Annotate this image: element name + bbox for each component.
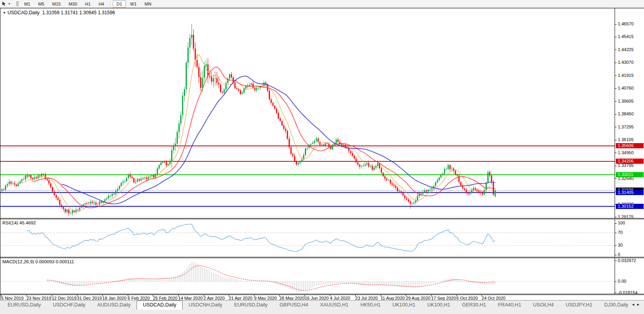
timeframe-button-h1[interactable]: H1 bbox=[81, 0, 94, 8]
macd-label: MACD(12,26,9) 0.000093 0.000111 bbox=[2, 259, 74, 264]
chart-window: ▼USDCAD,Daily 1.31059 1.31741 1.30945 1.… bbox=[0, 8, 644, 300]
timeframe-button-m5[interactable]: M5 bbox=[35, 0, 48, 8]
toolbar-grip[interactable] bbox=[16, 1, 19, 6]
toolbar-separator bbox=[110, 1, 110, 6]
level-price-label: 1.35606 bbox=[616, 143, 644, 148]
axis-tick-mark bbox=[615, 293, 617, 293]
macd-pane[interactable] bbox=[0, 258, 615, 294]
axis-tick-mark bbox=[615, 233, 617, 233]
price-pane[interactable] bbox=[0, 8, 615, 218]
cursor-tool-icon[interactable] bbox=[2, 1, 6, 6]
axis-tick-mark bbox=[615, 255, 617, 255]
chart-title-collapse-icon[interactable]: ▼ bbox=[3, 11, 6, 15]
axis-tick-mark bbox=[615, 217, 617, 217]
tab-eurusd-daily[interactable]: EURUSD,Daily bbox=[228, 301, 274, 310]
tab-fra40-h1[interactable]: FRA40,H1 bbox=[492, 301, 527, 310]
rsi-label: RSI(14) 45.4692 bbox=[2, 220, 36, 225]
tab-eurusd-daily[interactable]: EURUSD,Daily bbox=[2, 301, 47, 310]
pane-splitter[interactable] bbox=[0, 294, 644, 295]
tab-audusd-daily[interactable]: AUDUSD,Daily bbox=[91, 301, 137, 310]
chart-symbol-label: USDCAD,Daily bbox=[8, 10, 40, 15]
timeframe-button-m1[interactable]: M1 bbox=[21, 0, 34, 8]
axis-tick-mark bbox=[615, 37, 617, 37]
axis-tick-mark bbox=[615, 260, 617, 261]
price-tick-label: 1.37295 bbox=[618, 124, 634, 129]
price-tick-label: 1.46570 bbox=[618, 21, 634, 26]
rsi-scale-label: 0 bbox=[618, 252, 620, 257]
tab-usdchf-daily[interactable]: USDCHF,Daily bbox=[47, 301, 91, 310]
tab-dj30-daily[interactable]: DJ30,Daily bbox=[598, 301, 631, 310]
price-tick-label: 1.45415 bbox=[618, 34, 634, 39]
rsi-pane[interactable] bbox=[0, 219, 615, 257]
axis-tick-mark bbox=[615, 223, 617, 224]
axis-tick-mark bbox=[615, 245, 617, 246]
price-axis: 1.465701.454151.442251.430701.419151.407… bbox=[615, 8, 644, 295]
chart-title: ▼USDCAD,Daily 1.31059 1.31741 1.30945 1.… bbox=[3, 10, 115, 15]
rsi-scale-label: 100 bbox=[618, 220, 625, 225]
chart-tabs: EURUSD,DailyUSDCHF,DailyAUDUSD,DailyUSDC… bbox=[2, 301, 631, 310]
rsi-scale-label: 70 bbox=[618, 230, 623, 235]
pane-splitter[interactable] bbox=[0, 257, 644, 258]
tab-scroll-right-icon[interactable]: ► bbox=[636, 303, 642, 306]
tab-usoil-h4[interactable]: USOil,H4 bbox=[527, 301, 560, 310]
price-tick-label: 1.36105 bbox=[618, 137, 634, 142]
axis-tick-mark bbox=[615, 63, 617, 63]
price-tick-label: 1.38450 bbox=[618, 111, 634, 116]
axis-tick-mark bbox=[615, 88, 617, 89]
price-tick-label: 1.34950 bbox=[618, 150, 634, 155]
level-price-label: 1.34206 bbox=[616, 159, 644, 164]
axis-tick-mark bbox=[615, 75, 617, 76]
tab-usdcad-daily[interactable]: USDCAD,Daily bbox=[137, 301, 183, 310]
cursor-tool-caret-icon[interactable]: ▼ bbox=[8, 2, 11, 5]
level-price-label: 1.31405 bbox=[616, 190, 644, 195]
pane-splitter[interactable] bbox=[0, 218, 644, 219]
price-tick-label: 1.41915 bbox=[618, 73, 634, 78]
tab-scroll-arrows: ◄► bbox=[631, 303, 642, 306]
chart-ohlc-values: 1.31059 1.31741 1.30945 1.31596 bbox=[42, 10, 115, 15]
axis-tick-mark bbox=[615, 127, 617, 127]
tab-ger30-h1[interactable]: GER30,H1 bbox=[456, 301, 492, 310]
timeframe-button-w1[interactable]: W1 bbox=[127, 0, 141, 8]
axis-tick-mark bbox=[615, 166, 617, 166]
level-price-label: 1.30152 bbox=[616, 204, 644, 209]
timeframe-button-d1[interactable]: D1 bbox=[113, 0, 125, 8]
axis-tick-mark bbox=[615, 178, 617, 179]
tab-uk100-h1[interactable]: UK100,H1 bbox=[386, 301, 421, 310]
axis-tick-mark bbox=[615, 114, 617, 115]
level-price-label: 1.33011 bbox=[616, 172, 644, 177]
tab-usdjpy-h1[interactable]: USDJPY,H1 bbox=[560, 301, 598, 310]
axis-tick-mark bbox=[615, 281, 617, 282]
chart-tab-bar: EURUSD,DailyUSDCHF,DailyAUDUSD,DailyUSDC… bbox=[0, 300, 644, 314]
price-tick-label: 1.43070 bbox=[618, 60, 634, 65]
tab-xauusd-h1[interactable]: XAUUSD,H1 bbox=[314, 301, 355, 310]
macd-scale-label: 0.032972 bbox=[618, 258, 636, 263]
axis-tick-mark bbox=[615, 101, 617, 101]
axis-tick-mark bbox=[615, 153, 617, 153]
price-tick-label: 1.40760 bbox=[618, 86, 634, 90]
timeframe-button-m15[interactable]: M15 bbox=[49, 0, 64, 8]
tab-hk50-h1[interactable]: HK50,H1 bbox=[355, 301, 387, 310]
rsi-scale-label: 30 bbox=[618, 243, 623, 247]
tab-usdcnh-daily[interactable]: USDCNH,Daily bbox=[183, 301, 228, 310]
macd-scale-label: 0.00 bbox=[618, 279, 626, 283]
tab-scroll-left-icon[interactable]: ◄ bbox=[631, 303, 636, 306]
timeframe-button-h4[interactable]: H4 bbox=[95, 0, 108, 8]
timeframe-button-mn[interactable]: MN bbox=[141, 0, 155, 8]
tab-uk100-h1[interactable]: UK100,H1 bbox=[421, 301, 456, 310]
tab-gbpusd-h4[interactable]: GBPUSD,H4 bbox=[274, 301, 314, 310]
price-tick-label: 1.44225 bbox=[618, 47, 634, 52]
axis-tick-mark bbox=[615, 140, 617, 140]
timeframe-buttons: M1M5M15M30H1H4D1W1MN bbox=[20, 0, 155, 8]
axis-tick-mark bbox=[615, 24, 617, 25]
axis-tick-mark bbox=[615, 50, 617, 50]
price-tick-label: 1.39605 bbox=[618, 99, 634, 103]
date-axis: 5 Nov 201923 Nov 201912 Dec 201931 Dec 2… bbox=[0, 295, 615, 301]
top-toolbar: ▼ M1M5M15M30H1H4D1W1MN bbox=[0, 0, 644, 8]
timeframe-button-m30[interactable]: M30 bbox=[65, 0, 81, 8]
